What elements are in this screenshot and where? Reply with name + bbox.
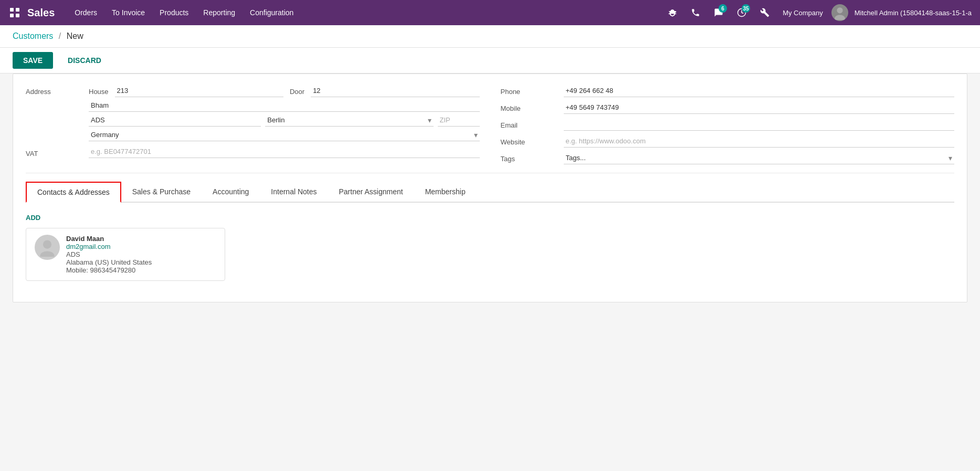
- menu-configuration[interactable]: Configuration: [243, 0, 301, 25]
- grid-icon[interactable]: [6, 4, 23, 21]
- website-row: Website: [501, 135, 955, 148]
- tags-row: Tags Tags...: [501, 152, 955, 164]
- breadcrumb-parent[interactable]: Customers: [13, 32, 53, 40]
- tabs-bar: Contacts & Addresses Sales & Purchase Ac…: [26, 182, 954, 203]
- contact-mobile-label: Mobile:: [66, 266, 88, 274]
- save-button[interactable]: SAVE: [13, 52, 53, 69]
- app-brand: Sales: [27, 7, 55, 19]
- door-input[interactable]: [311, 85, 479, 97]
- left-column: Address House Door: [26, 85, 480, 169]
- menu-orders[interactable]: Orders: [67, 0, 104, 25]
- phone-icon-btn[interactable]: [686, 3, 705, 22]
- state-input[interactable]: [89, 114, 261, 127]
- city2-select[interactable]: Berlin: [265, 114, 433, 127]
- form-divider: [26, 173, 954, 173]
- city-row: [89, 99, 480, 112]
- website-input[interactable]: [564, 135, 955, 148]
- action-bar: SAVE DISCARD: [0, 48, 980, 74]
- house-input[interactable]: [115, 85, 283, 97]
- state-city2-row: Berlin: [89, 114, 480, 127]
- country-row: Germany: [89, 129, 480, 141]
- clock-icon-btn[interactable]: 35: [732, 3, 751, 22]
- clock-badge: 35: [742, 4, 750, 13]
- svg-rect-0: [10, 8, 14, 12]
- menu-products[interactable]: Products: [152, 0, 196, 25]
- svg-rect-3: [16, 14, 19, 17]
- door-label: Door: [290, 85, 304, 97]
- svg-point-5: [837, 7, 842, 13]
- tags-select[interactable]: Tags...: [564, 152, 955, 164]
- mobile-input[interactable]: [564, 101, 955, 114]
- chat-icon-btn[interactable]: 6: [709, 3, 728, 22]
- email-input[interactable]: [564, 118, 955, 131]
- svg-rect-1: [16, 8, 19, 12]
- breadcrumb-separator: /: [59, 32, 61, 40]
- breadcrumb: Customers / New: [0, 25, 980, 48]
- svg-point-7: [43, 240, 51, 249]
- add-contact-button[interactable]: ADD: [26, 214, 40, 222]
- email-row: Email: [501, 118, 955, 131]
- city-input[interactable]: [89, 99, 480, 112]
- contact-avatar: [35, 235, 60, 260]
- phone-row: Phone: [501, 85, 955, 97]
- top-navigation: Sales Orders To Invoice Products Reporti…: [0, 0, 980, 25]
- menu-reporting[interactable]: Reporting: [196, 0, 243, 25]
- user-name[interactable]: Mitchell Admin (15804148-saas-15-1-a: [852, 9, 974, 17]
- svg-point-6: [835, 15, 845, 20]
- house-door-row: House Door: [89, 85, 480, 97]
- address-fields: House Door Berlin: [89, 85, 480, 141]
- phone-input[interactable]: [564, 85, 955, 97]
- address-row: Address House Door: [26, 85, 480, 141]
- top-menu: Orders To Invoice Products Reporting Con…: [67, 0, 663, 25]
- right-column: Phone Mobile Email Website: [501, 85, 955, 169]
- discard-button[interactable]: DISCARD: [57, 52, 112, 69]
- address-label: Address: [26, 85, 89, 96]
- bug-icon-btn[interactable]: [663, 3, 682, 22]
- house-label: House: [89, 85, 109, 97]
- contact-mobile-value: 986345479280: [90, 266, 136, 274]
- user-avatar[interactable]: [831, 4, 848, 21]
- vat-row: VAT: [26, 145, 480, 158]
- mobile-row: Mobile: [501, 101, 955, 114]
- company-name[interactable]: My Company: [778, 9, 827, 17]
- tags-label: Tags: [501, 152, 564, 163]
- vat-input[interactable]: [89, 145, 480, 158]
- breadcrumb-current: New: [67, 32, 83, 40]
- country-select[interactable]: Germany: [89, 129, 480, 141]
- email-label: Email: [501, 118, 564, 129]
- tab-sales[interactable]: Sales & Purchase: [121, 182, 202, 203]
- website-label: Website: [501, 135, 564, 146]
- tab-content-contacts: ADD David Maan dm2gmail.com ADS Alabama …: [26, 203, 954, 291]
- wrench-icon-btn[interactable]: [755, 3, 774, 22]
- tab-partner[interactable]: Partner Assignment: [328, 182, 414, 203]
- contact-name: David Maan: [66, 235, 152, 243]
- tab-accounting[interactable]: Accounting: [202, 182, 260, 203]
- contact-info: David Maan dm2gmail.com ADS Alabama (US)…: [66, 235, 152, 274]
- contact-mobile: Mobile: 986345479280: [66, 266, 152, 274]
- phone-label: Phone: [501, 85, 564, 96]
- form-card: Address House Door: [13, 74, 967, 302]
- svg-rect-2: [10, 14, 14, 17]
- contact-card[interactable]: David Maan dm2gmail.com ADS Alabama (US)…: [26, 228, 225, 281]
- contact-email: dm2gmail.com: [66, 243, 152, 250]
- vat-label: VAT: [26, 146, 89, 158]
- form-fields: Address House Door: [26, 85, 954, 169]
- chat-badge: 6: [719, 4, 727, 13]
- topbar-right: 6 35 My Company Mitchell Admin (15804148…: [663, 3, 974, 22]
- tab-contacts[interactable]: Contacts & Addresses: [26, 182, 121, 203]
- tab-notes[interactable]: Internal Notes: [260, 182, 328, 203]
- svg-point-8: [40, 251, 55, 257]
- mobile-label: Mobile: [501, 101, 564, 112]
- tab-membership[interactable]: Membership: [414, 182, 477, 203]
- contact-company: ADS: [66, 250, 152, 258]
- zip-input[interactable]: [438, 114, 480, 127]
- contact-location: Alabama (US) United States: [66, 258, 152, 266]
- main-content: Address House Door: [0, 74, 980, 315]
- menu-to-invoice[interactable]: To Invoice: [104, 0, 152, 25]
